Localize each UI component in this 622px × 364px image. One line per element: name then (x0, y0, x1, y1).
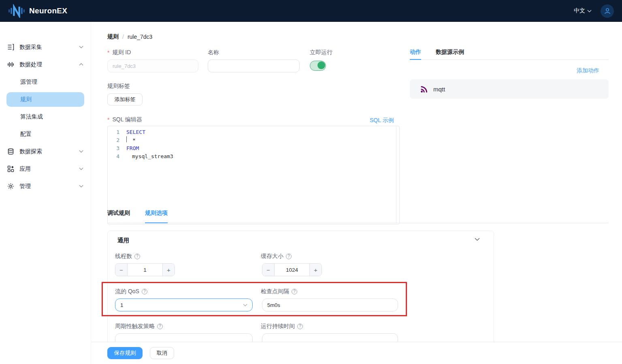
gear-icon (7, 183, 14, 190)
decrement-button[interactable]: − (262, 264, 274, 276)
breadcrumb-current: rule_7dc3 (128, 34, 153, 40)
language-label: 中文 (574, 7, 585, 15)
chevron-down-icon (243, 304, 247, 307)
add-action-link[interactable]: 添加动作 (577, 67, 599, 74)
chevron-down-icon (79, 150, 83, 153)
sidebar-item-data-exploration[interactable]: 数据探索 (0, 143, 91, 160)
brand-name: NeuronEX (29, 6, 67, 15)
run-duration-label: 运行持续时间 ? (261, 323, 303, 330)
line-number: 3 (108, 144, 126, 152)
help-icon[interactable]: ? (134, 254, 140, 259)
code-line: 4 mysql_stream3 (108, 152, 399, 161)
help-icon[interactable]: ? (286, 254, 292, 259)
sql-editor-label: * SQL 编辑器 (107, 116, 142, 123)
required-mark: * (107, 49, 109, 56)
selected-value: 1 (120, 302, 124, 308)
sidebar-item-rules[interactable]: 规则 (6, 92, 84, 107)
app-header: NeuronEX 中文 (0, 0, 622, 22)
line-number: 2 (108, 136, 126, 144)
add-tag-button[interactable]: 添加标签 (107, 93, 143, 106)
action-item-label: mqtt (433, 86, 445, 93)
increment-button[interactable]: + (163, 264, 175, 276)
code-line: 2 * (108, 136, 399, 144)
sidebar-item-label: 管理 (19, 183, 79, 190)
code-line: 3 FROM (108, 144, 399, 152)
breadcrumb-rules-link[interactable]: 规则 (107, 33, 119, 40)
line-number: 1 (108, 128, 126, 136)
chevron-up-icon (79, 63, 83, 66)
user-icon (603, 6, 612, 15)
sidebar-item-label: 数据处理 (19, 61, 79, 68)
chevron-down-icon (79, 167, 83, 170)
sidebar-item-management[interactable]: 管理 (0, 178, 91, 195)
stream-qos-select[interactable]: 1 (115, 298, 253, 311)
name-label: 名称 (208, 49, 219, 56)
sidebar-item-label: 规则 (20, 96, 32, 103)
thread-count-stepper: − 1 + (115, 263, 175, 276)
sidebar-item-data-processing[interactable]: 数据处理 (0, 56, 91, 73)
cancel-button[interactable]: 取消 (150, 347, 174, 359)
buffer-size-stepper: − 1024 + (262, 263, 322, 276)
sidebar-item-label: 数据探索 (19, 148, 79, 155)
sidebar-item-label: 算法集成 (20, 113, 43, 121)
chevron-down-icon (79, 185, 83, 188)
sidebar-item-label: 配置 (20, 131, 32, 138)
sidebar-item-label: 应用 (19, 165, 79, 173)
data-processing-icon (7, 61, 14, 68)
data-collection-icon (7, 44, 14, 51)
sidebar-item-applications[interactable]: 应用 (0, 160, 91, 178)
section-title: 通用 (117, 237, 129, 244)
sidebar-item-algorithm-integration[interactable]: 算法集成 (0, 108, 91, 125)
neuronex-logo-icon (8, 4, 25, 18)
periodic-trigger-label: 周期性触发策略 ? (115, 323, 163, 330)
user-avatar[interactable] (601, 4, 614, 18)
apps-grid-icon (7, 165, 14, 172)
help-icon[interactable]: ? (297, 324, 303, 329)
actions-panel-tabs: 动作 数据源示例 (410, 49, 609, 60)
name-input[interactable] (208, 59, 300, 72)
thread-count-label: 线程数 ? (115, 253, 140, 260)
breadcrumb-separator: / (122, 34, 124, 40)
brand: NeuronEX (8, 4, 67, 18)
database-icon (7, 148, 14, 155)
buffer-size-value[interactable]: 1024 (274, 264, 310, 276)
action-item-mqtt[interactable]: mqtt (410, 79, 609, 99)
sidebar: 数据采集 数据处理 源管理 规则 算法集成 配置 数据探索 (0, 22, 91, 364)
rule-tags-label: 规则标签 (107, 83, 130, 90)
tab-rule-options[interactable]: 规则选项 (145, 210, 168, 223)
help-icon[interactable]: ? (142, 289, 147, 294)
tab-source-example[interactable]: 数据源示例 (436, 49, 464, 56)
help-icon[interactable]: ? (292, 289, 297, 294)
footer-bar: 保存规则 取消 (91, 342, 622, 364)
stream-qos-label: 流的 QoS ? (115, 288, 147, 295)
mqtt-icon (420, 85, 428, 93)
rule-id-input (107, 59, 198, 72)
tab-actions[interactable]: 动作 (410, 49, 421, 56)
required-mark: * (107, 116, 109, 123)
decrement-button[interactable]: − (115, 264, 127, 276)
chevron-down-icon (587, 10, 592, 13)
general-options-card: 通用 线程数 ? 缓存大小 ? − 1 + − 1024 + 流的 QoS ? … (107, 231, 494, 352)
sidebar-item-label: 数据采集 (19, 44, 79, 51)
sidebar-item-configuration[interactable]: 配置 (0, 125, 91, 143)
chevron-down-icon (79, 46, 83, 49)
thread-count-value[interactable]: 1 (127, 264, 163, 276)
sidebar-item-data-collection[interactable]: 数据采集 (0, 38, 91, 56)
save-rule-button[interactable]: 保存规则 (107, 347, 143, 359)
language-selector[interactable]: 中文 (574, 7, 592, 15)
run-now-toggle[interactable] (310, 61, 326, 71)
increment-button[interactable]: + (310, 264, 322, 276)
sidebar-item-label: 源管理 (20, 78, 37, 86)
run-now-label: 立即运行 (310, 49, 332, 56)
tab-debug-rule[interactable]: 调试规则 (107, 210, 130, 223)
help-icon[interactable]: ? (157, 324, 163, 329)
sidebar-item-source-management[interactable]: 源管理 (0, 73, 91, 91)
line-number: 4 (108, 152, 126, 161)
buffer-size-label: 缓存大小 ? (261, 253, 292, 260)
sql-example-link[interactable]: SQL 示例 (370, 117, 394, 124)
checkpoint-interval-input[interactable] (262, 298, 398, 311)
breadcrumb: 规则 / rule_7dc3 (107, 33, 152, 40)
collapse-chevron-icon[interactable] (475, 238, 480, 241)
rule-id-label: * 规则 ID (107, 49, 131, 56)
editor-tabs: 调试规则 规则选项 (107, 210, 609, 223)
